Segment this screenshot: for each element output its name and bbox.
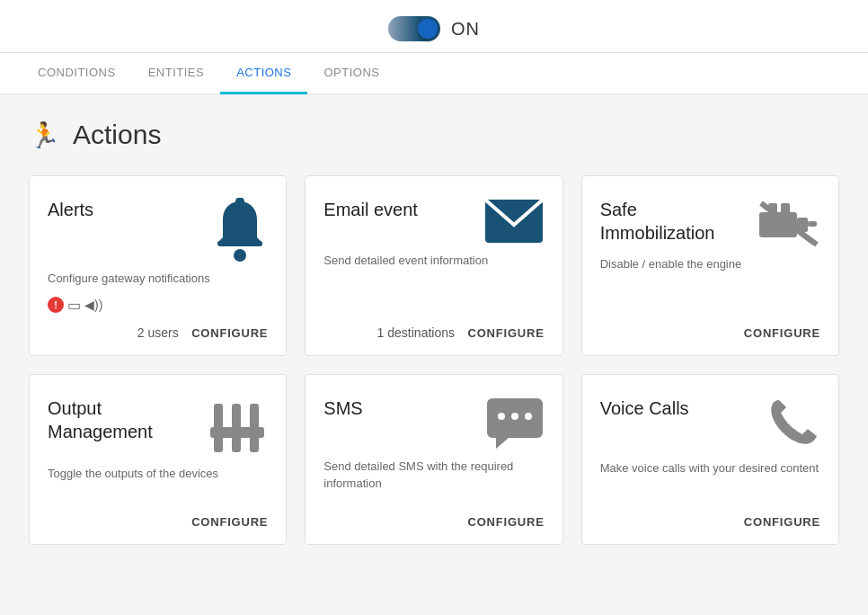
main-content: 🏃 Actions Alerts Configure gateway notif… [0,94,868,570]
sms-card-title: SMS [323,397,362,420]
email-event-card-description: Send detailed event information [323,252,544,270]
svg-rect-23 [525,413,532,420]
sms-card-top: SMS [323,397,544,450]
toggle-label: ON [451,19,480,40]
voice-calls-card-top: Voice Calls [600,397,820,452]
svg-rect-21 [498,413,505,420]
svg-rect-14 [250,404,259,431]
voice-calls-card-title: Voice Calls [600,397,689,420]
svg-rect-22 [511,413,518,420]
running-icon: 🏃 [29,120,60,150]
safe-immobilization-card-title: Safe Immobilization [600,198,732,245]
email-destinations-count: 1 destinations [377,325,455,340]
alerts-status-icons: ! ▭ ◀)) [48,297,268,314]
monitor-icon: ▭ [67,297,81,314]
alerts-users-count: 2 users [137,325,179,340]
output-management-card-top: Output Management [48,397,268,458]
alerts-card-description: Configure gateway notifications [48,270,268,288]
header: ON [0,0,868,53]
svg-rect-16 [232,436,241,452]
alerts-card-footer: 2 users CONFIGURE [48,314,268,341]
alerts-card: Alerts Configure gateway notifications !… [29,175,287,356]
toggle-switch[interactable] [388,16,440,41]
email-event-card-top: Email event [323,198,544,245]
email-event-card: Email event Send detailed event informat… [305,175,562,356]
tab-conditions[interactable]: CONDITIONS [22,53,132,94]
output-management-icon [207,397,268,458]
email-event-configure-button[interactable]: CONFIGURE [467,326,544,340]
page-title-row: 🏃 Actions [29,120,839,150]
alerts-card-top: Alerts [48,198,268,263]
email-event-card-footer: 1 destinations CONFIGURE [323,314,544,341]
email-icon [483,198,545,245]
nav-tabs: CONDITIONS ENTITIES ACTIONS OPTIONS [0,53,868,94]
safe-immobilization-configure-button[interactable]: CONFIGURE [744,326,820,340]
tab-actions[interactable]: ACTIONS [220,53,307,94]
output-management-card-title: Output Management [48,397,180,443]
voice-calls-card: Voice Calls Make voice calls with your d… [581,374,839,545]
engine-no-icon [756,198,820,248]
output-management-card-description: Toggle the outputs of the devices [48,465,268,483]
voice-calls-card-footer: CONFIGURE [600,503,820,530]
output-management-card-footer: CONFIGURE [48,503,268,530]
svg-rect-15 [214,436,223,452]
sms-card-footer: CONFIGURE [323,503,544,530]
safe-immobilization-card-top: Safe Immobilization [600,198,820,248]
output-management-card: Output Management Toggle the o [29,374,287,545]
cards-grid: Alerts Configure gateway notifications !… [29,175,839,545]
sms-card: SMS Send detailed SMS with the required … [305,374,562,545]
tab-entities[interactable]: ENTITIES [132,53,221,94]
phone-icon [766,397,820,452]
svg-rect-13 [232,404,241,431]
sms-card-description: Send detailed SMS with the required info… [323,458,544,493]
page-title: Actions [73,120,161,150]
sound-icon: ◀)) [84,298,102,312]
svg-rect-7 [781,203,790,214]
safe-immobilization-card: Safe Immobilization [581,175,839,356]
bell-icon [212,198,268,263]
svg-rect-17 [250,436,259,452]
sms-configure-button[interactable]: CONFIGURE [467,515,544,529]
svg-rect-8 [808,221,817,227]
voice-calls-card-description: Make voice calls with your desired conte… [600,459,820,477]
alerts-card-title: Alerts [48,198,93,221]
safe-immobilization-card-description: Disable / enable the engine [600,255,820,273]
safe-immobilization-card-footer: CONFIGURE [600,314,820,341]
tab-options[interactable]: OPTIONS [307,53,395,94]
toggle-container: ON [388,16,480,41]
svg-rect-2 [217,241,262,246]
email-event-card-title: Email event [323,198,418,221]
alerts-configure-button[interactable]: CONFIGURE [191,326,268,340]
voice-calls-configure-button[interactable]: CONFIGURE [744,515,820,529]
alert-red-dot: ! [48,297,64,313]
svg-point-1 [234,249,246,262]
sms-icon [485,397,545,450]
output-management-configure-button[interactable]: CONFIGURE [191,515,268,529]
svg-rect-12 [214,404,223,431]
svg-marker-20 [496,438,509,449]
svg-rect-18 [210,427,264,438]
